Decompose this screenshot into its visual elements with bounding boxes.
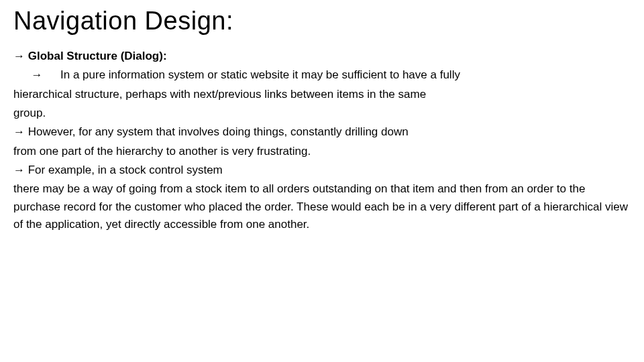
paragraph-2-line-2: from one part of the hierarchy to anothe… (13, 143, 631, 160)
arrow-icon: → (13, 66, 60, 84)
body-text: → Global Structure (Dialog): →In a pure … (13, 48, 631, 233)
text-span: In a pure information system or static w… (60, 68, 460, 81)
paragraph-2-line-1: → However, for any system that involves … (13, 123, 631, 141)
paragraph-1-line-3: group. (13, 105, 631, 122)
paragraph-1-line-2: hierarchical structure, perhaps with nex… (13, 86, 631, 103)
paragraph-3-line-1: → For example, in a stock control system (13, 162, 631, 179)
section-heading: → Global Structure (Dialog): (13, 48, 631, 65)
slide: Navigation Design: → Global Structure (D… (0, 0, 644, 248)
page-title: Navigation Design: (13, 7, 631, 36)
paragraph-1-line-1: →In a pure information system or static … (13, 66, 631, 84)
paragraph-3-line-2: there may be a way of going from a stock… (13, 180, 631, 233)
